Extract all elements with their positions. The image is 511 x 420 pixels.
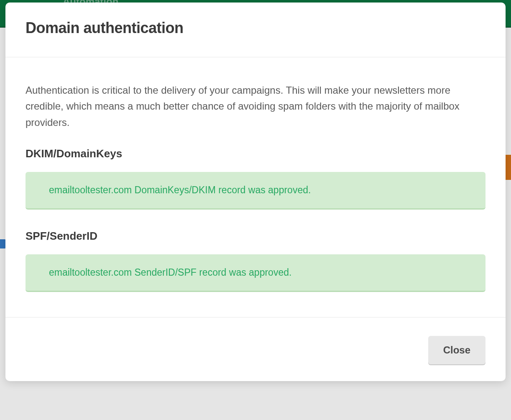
domain-authentication-modal: Domain authentication Authentication is … [5, 3, 506, 381]
dkim-status-box: emailtooltester.com DomainKeys/DKIM reco… [26, 172, 485, 210]
modal-title: Domain authentication [26, 19, 485, 37]
modal-body: Authentication is critical to the delive… [5, 57, 506, 317]
modal-backdrop: Domain authentication Authentication is … [0, 0, 511, 420]
dkim-section-heading: DKIM/DomainKeys [26, 147, 485, 160]
spf-section-heading: SPF/SenderID [26, 230, 485, 243]
spf-status-text: emailtooltester.com SenderID/SPF record … [49, 267, 291, 278]
modal-description: Authentication is critical to the delive… [26, 82, 485, 131]
modal-header: Domain authentication [5, 3, 506, 57]
spf-status-box: emailtooltester.com SenderID/SPF record … [26, 254, 485, 292]
modal-footer: Close [5, 317, 506, 381]
close-button[interactable]: Close [428, 336, 485, 364]
dkim-status-text: emailtooltester.com DomainKeys/DKIM reco… [49, 184, 311, 195]
